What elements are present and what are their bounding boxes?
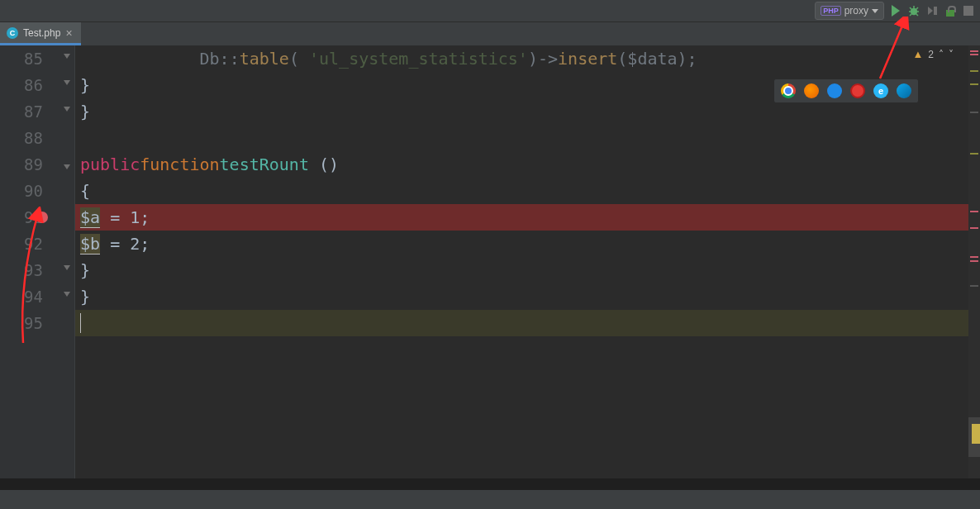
fold-column[interactable]: [59, 45, 75, 478]
code-variable-a: $a: [80, 207, 100, 228]
fold-end-icon[interactable]: [62, 265, 72, 275]
open-in-browser-panel: e: [773, 78, 919, 103]
line-number: 85: [24, 50, 43, 68]
fold-end-icon[interactable]: [62, 107, 72, 117]
editor-scrollbar[interactable]: [968, 45, 980, 478]
scroll-position-marker: [972, 424, 980, 434]
line-number: 93: [24, 261, 43, 279]
code-token: (): [309, 155, 339, 174]
main-toolbar: PHP proxy: [0, 0, 980, 22]
code-token: Db: [200, 49, 220, 69]
fold-start-icon[interactable]: [62, 159, 72, 169]
code-token: insert: [558, 49, 617, 69]
code-token: = 1;: [100, 207, 150, 227]
close-icon[interactable]: ×: [65, 27, 72, 39]
code-token: 'ul_system_statistics': [309, 49, 528, 69]
line-number: 90: [24, 182, 43, 200]
gutter[interactable]: 85 86 87 88 89 90 91 92 93 94 95: [0, 45, 59, 478]
svg-line-7: [916, 14, 919, 17]
ie-icon[interactable]: e: [873, 83, 888, 98]
scroll-position-marker: [972, 434, 980, 444]
line-number: 92: [24, 235, 43, 253]
svg-rect-8: [934, 7, 937, 15]
text-cursor: [80, 313, 81, 333]
code-token: table: [240, 49, 289, 69]
code-token: }: [80, 287, 90, 307]
code-editor[interactable]: 85 86 87 88 89 90 91 92 93 94 95: [0, 45, 980, 478]
svg-line-4: [910, 7, 912, 10]
line-number: 87: [24, 102, 43, 121]
code-token: }: [80, 102, 90, 121]
run-button[interactable]: [889, 4, 902, 17]
chevron-down-icon: [872, 9, 878, 13]
svg-line-6: [910, 14, 912, 17]
scrollbar-markers: [968, 45, 980, 478]
chrome-icon[interactable]: [781, 83, 796, 98]
code-token: }: [80, 260, 90, 280]
coverage-button[interactable]: [925, 4, 939, 17]
code-token: ): [528, 49, 538, 69]
fold-end-icon[interactable]: [62, 292, 72, 302]
edge-icon[interactable]: [897, 83, 911, 98]
tab-file-name: Test.php: [23, 27, 60, 39]
code-token: ($data);: [617, 49, 697, 69]
run-config-selector[interactable]: PHP proxy: [815, 2, 884, 20]
play-icon: [892, 5, 900, 17]
firefox-icon[interactable]: [804, 83, 819, 98]
inspection-status[interactable]: ▲ 2 ˄ ˅: [912, 48, 954, 60]
code-token: (: [289, 49, 309, 69]
code-variable-b: $b: [80, 234, 100, 254]
code-text-area[interactable]: Db::table( 'ul_system_statistics')->inse…: [75, 45, 968, 478]
code-token: function: [140, 155, 219, 174]
svg-line-5: [916, 7, 919, 10]
debug-button[interactable]: [907, 4, 921, 17]
editor-tab-bar: C Test.php ×: [0, 22, 980, 45]
tab-test-php[interactable]: C Test.php ×: [0, 22, 81, 45]
chevron-up-icon[interactable]: ˄: [939, 49, 944, 60]
code-token: = 2;: [100, 234, 150, 254]
fold-end-icon[interactable]: [62, 80, 72, 90]
attach-icon: [944, 5, 956, 17]
chevron-down-icon[interactable]: ˅: [949, 49, 954, 60]
code-token: {: [80, 181, 90, 201]
breakpoint-icon[interactable]: [36, 212, 48, 223]
coverage-icon: [925, 4, 939, 17]
code-token: ::: [220, 49, 240, 69]
line-number: 86: [24, 76, 43, 94]
safari-icon[interactable]: [827, 83, 842, 98]
bug-icon: [907, 4, 921, 17]
line-number: 88: [24, 129, 43, 147]
attach-button[interactable]: [944, 4, 957, 17]
run-config-label: proxy: [844, 5, 868, 17]
editor-bottom-border: [0, 478, 980, 490]
code-token: ->: [538, 49, 558, 69]
php-badge-icon: PHP: [821, 6, 841, 16]
stop-button[interactable]: [962, 4, 975, 17]
opera-icon[interactable]: [850, 83, 865, 98]
code-token: testRount: [220, 155, 309, 174]
warning-count: 2: [928, 49, 934, 60]
stop-icon: [963, 6, 973, 16]
line-number: 89: [24, 155, 43, 174]
line-number: 95: [24, 314, 43, 332]
line-number: 94: [24, 288, 43, 306]
code-token: public: [80, 155, 140, 174]
code-token: }: [80, 75, 90, 95]
warning-icon: ▲: [912, 48, 923, 60]
fold-end-icon[interactable]: [62, 54, 72, 64]
file-type-icon: C: [7, 27, 18, 39]
status-bar: [0, 490, 980, 509]
